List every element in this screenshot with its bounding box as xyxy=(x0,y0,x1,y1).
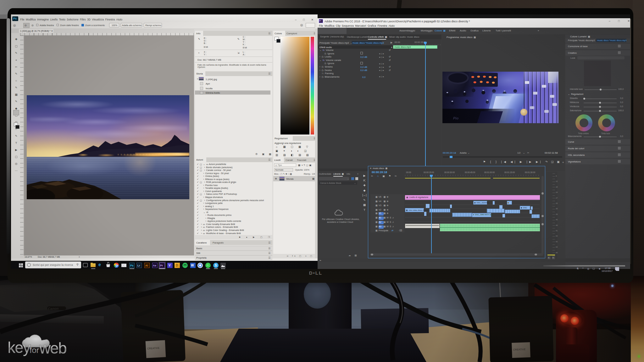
svg-text:key: key xyxy=(8,339,31,356)
svg-text:web: web xyxy=(39,339,66,357)
svg-text:for: for xyxy=(30,345,39,355)
